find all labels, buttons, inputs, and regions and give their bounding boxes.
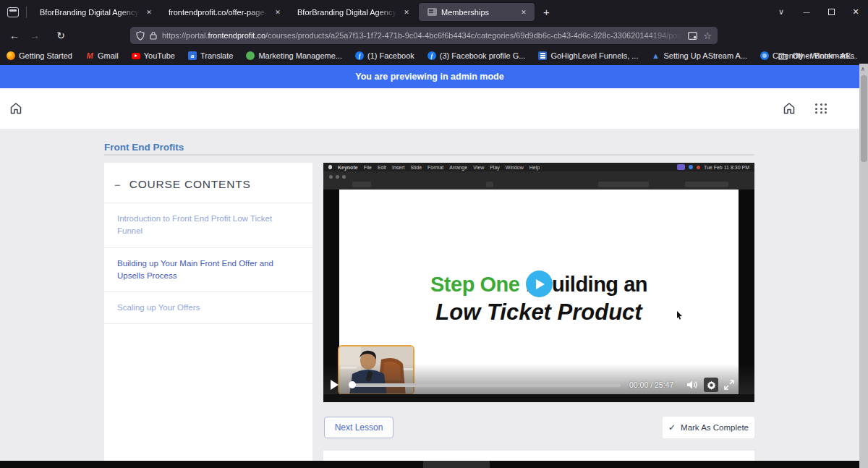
home-icon[interactable] — [9, 102, 22, 115]
triangle-icon: ▲ — [651, 51, 660, 60]
reload-button[interactable] — [51, 30, 71, 41]
gohighlevel-icon — [538, 51, 547, 60]
navigation-bar: https://portal.frontendprofit.co/courses… — [0, 24, 868, 46]
player-bottom-edge — [323, 394, 754, 402]
scrubber-handle[interactable] — [349, 381, 356, 388]
firefox-view-icon[interactable] — [7, 7, 19, 17]
bookmark-translate[interactable]: aTranslate — [182, 51, 239, 60]
bookmark-astream[interactable]: ▲Setting Up AStream A... — [644, 51, 754, 60]
window-controls — [768, 0, 868, 24]
mac-clock: Tue Feb 11 8:30 PM — [704, 165, 749, 170]
video-player[interactable]: Keynote File Edit Insert Slide Format Ar… — [323, 163, 754, 402]
course-contents-header[interactable]: − COURSE CONTENTS — [104, 163, 312, 203]
bookmark-star-icon[interactable] — [703, 30, 712, 41]
lesson-link-scaling[interactable]: Scaling up Your Offers — [104, 292, 312, 324]
app-icon — [677, 164, 685, 170]
time-display: 00:00 / 25:47 — [629, 380, 673, 389]
youtube-icon — [132, 53, 140, 59]
traffic-light-icons — [329, 175, 346, 179]
tab-title: BforBranding Digital Agency Pv — [40, 8, 140, 17]
mark-as-complete-button[interactable]: Mark As Complete — [663, 417, 754, 438]
play-icon[interactable] — [331, 380, 339, 390]
forward-button[interactable] — [25, 30, 45, 41]
status-dot-icon — [689, 165, 693, 169]
bottom-dark-strip — [0, 461, 859, 468]
tab-bar: BforBranding Digital Agency Pv frontendp… — [0, 0, 868, 24]
tab-bforbranding-2[interactable]: BforBranding Digital Agency Pv — [289, 0, 417, 24]
next-lesson-button[interactable]: Next Lesson — [324, 417, 393, 438]
bookmark-facebook-1[interactable]: f(1) Facebook — [349, 51, 421, 60]
gmail-icon: M — [85, 51, 94, 60]
home-icon[interactable] — [783, 102, 796, 115]
list-all-tabs-icon[interactable] — [768, 7, 794, 17]
course-contents-card: − COURSE CONTENTS Introduction to Front … — [104, 163, 312, 461]
tab-title: BforBranding Digital Agency Pv — [297, 8, 397, 17]
restore-button[interactable] — [819, 0, 843, 24]
play-overlay-button[interactable] — [526, 271, 553, 297]
bookmarks-bar: Getting Started MGmail YouTube aTranslat… — [0, 46, 868, 65]
tab-separator — [26, 7, 27, 18]
banner-text: You are previewing in admin mode — [355, 72, 503, 82]
tab-title: frontendprofit.co/offer-page-9 — [169, 8, 268, 17]
firefox-icon — [7, 51, 15, 60]
folder-icon — [778, 52, 788, 60]
site-header — [0, 88, 859, 129]
tab-bforbranding-1[interactable]: BforBranding Digital Agency Pv — [31, 0, 160, 24]
other-bookmarks[interactable]: Other Bookmarks — [772, 46, 861, 65]
apps-grid-icon[interactable] — [815, 103, 827, 114]
minimize-button[interactable] — [794, 0, 819, 24]
facebook-icon: f — [355, 51, 364, 60]
collapse-icon[interactable]: − — [114, 179, 121, 191]
close-icon[interactable] — [519, 9, 529, 16]
page-scrollbar[interactable] — [859, 64, 868, 468]
mac-status-icons: Tue Feb 11 8:30 PM — [677, 164, 749, 170]
slide-step-one: Step One — [430, 273, 519, 296]
admin-preview-banner: You are previewing in admin mode — [0, 65, 859, 88]
url-text: https://portal.frontendprofit.co/courses… — [162, 31, 684, 40]
facebook-icon: f — [427, 51, 436, 60]
bookmark-getting-started[interactable]: Getting Started — [0, 51, 79, 60]
fullscreen-icon[interactable] — [724, 380, 734, 390]
keynote-window-chrome — [323, 171, 754, 190]
bookmark-marketing[interactable]: Marketing Manageme... — [239, 51, 349, 60]
back-button[interactable] — [4, 30, 25, 41]
screenshot-icon[interactable] — [688, 32, 697, 40]
leaf-icon — [246, 51, 255, 60]
memberships-favicon — [427, 8, 437, 16]
lesson-link-building-offer[interactable]: Building up Your Main Front End Offer an… — [104, 247, 312, 292]
video-controls: 00:00 / 25:47 — [323, 375, 754, 394]
calendly-icon — [760, 51, 769, 60]
browser-window: BforBranding Digital Agency Pv frontendp… — [0, 0, 868, 468]
bookmark-gohighlevel[interactable]: GoHighLevel Funnels, ... — [532, 51, 644, 60]
lower-content-card — [323, 451, 754, 461]
close-icon[interactable] — [273, 9, 283, 16]
lock-icon[interactable] — [150, 31, 157, 40]
scroll-up-icon[interactable] — [861, 66, 865, 72]
title-divider — [104, 154, 754, 156]
check-icon — [668, 422, 676, 433]
url-bar[interactable]: https://portal.frontendprofit.co/courses… — [130, 27, 718, 44]
record-dot-icon — [697, 166, 700, 169]
bookmark-gmail[interactable]: MGmail — [79, 51, 125, 60]
translate-icon: a — [188, 51, 197, 60]
bookmark-facebook-2[interactable]: f(3) Facebook profile G... — [421, 51, 532, 60]
close-icon[interactable] — [401, 9, 412, 16]
scrollbar-thumb[interactable] — [861, 75, 867, 162]
bookmark-youtube[interactable]: YouTube — [125, 51, 182, 60]
volume-icon[interactable] — [686, 380, 698, 390]
apple-icon — [328, 165, 332, 169]
progress-bar[interactable] — [354, 383, 621, 387]
tab-offer-page[interactable]: frontendprofit.co/offer-page-9 — [160, 0, 289, 24]
tab-title: Memberships — [441, 8, 514, 17]
new-tab-button[interactable] — [536, 6, 557, 18]
shield-icon[interactable] — [136, 31, 145, 41]
close-window-button[interactable] — [843, 0, 868, 24]
mouse-cursor — [676, 311, 683, 320]
tab-memberships-active[interactable]: Memberships — [419, 3, 535, 21]
video-mac-menubar: Keynote File Edit Insert Slide Format Ar… — [323, 163, 754, 171]
page-title: Front End Profits — [104, 142, 184, 153]
course-contents-heading: COURSE CONTENTS — [129, 178, 251, 191]
close-icon[interactable] — [144, 9, 154, 16]
lesson-link-introduction[interactable]: Introduction to Front End Profit Low Tic… — [104, 203, 312, 247]
settings-gear-icon[interactable] — [704, 378, 718, 392]
